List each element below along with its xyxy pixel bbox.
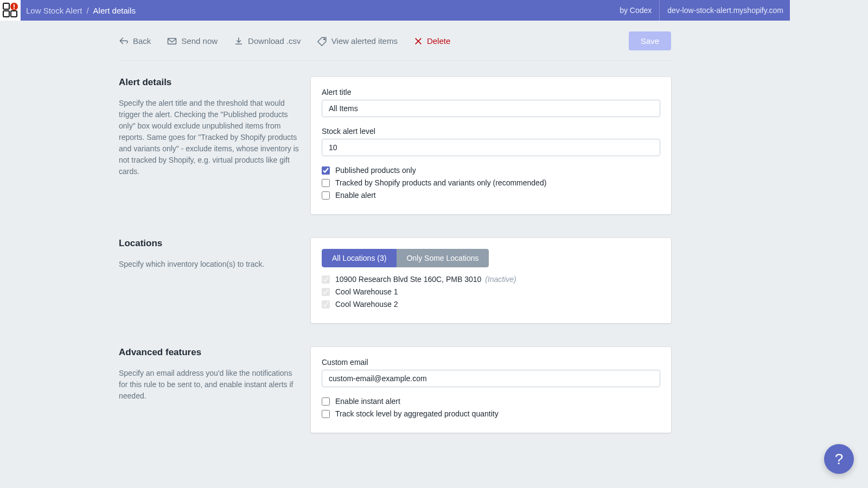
locations-card: All Locations (3) Only Some Locations 10… xyxy=(311,238,671,323)
envelope-icon xyxy=(167,36,177,46)
svg-rect-0 xyxy=(3,3,9,9)
locations-desc: Specify which inventory location(s) to t… xyxy=(119,259,300,270)
download-icon xyxy=(234,36,244,46)
svg-rect-5 xyxy=(14,8,15,9)
location-3-checkbox xyxy=(322,300,330,309)
alert-title-label: Alert title xyxy=(322,88,660,97)
back-arrow-icon xyxy=(119,36,129,46)
location-1-label: 10900 Research Blvd Ste 160C, PMB 3010 (… xyxy=(335,275,516,284)
page-container: Back Send now Download .csv View alerted… xyxy=(119,21,671,442)
tracked-only-checkbox[interactable] xyxy=(322,179,330,187)
locations-toggle: All Locations (3) Only Some Locations xyxy=(322,249,489,267)
section-alert-details: Alert details Specify the alert title an… xyxy=(119,61,671,214)
shop-link[interactable]: dev-low-stock-alert.myshopify.com xyxy=(667,6,783,15)
aggregate-checkbox[interactable] xyxy=(322,410,330,418)
topbar-right: by Codex dev-low-stock-alert.myshopify.c… xyxy=(620,0,783,21)
view-alerted-button[interactable]: View alerted items xyxy=(317,36,398,46)
send-now-label: Send now xyxy=(181,36,218,46)
save-button[interactable]: Save xyxy=(629,31,671,50)
svg-point-7 xyxy=(323,38,324,40)
alert-details-title: Alert details xyxy=(119,77,300,88)
download-csv-label: Download .csv xyxy=(248,36,301,46)
location-1-checkbox xyxy=(322,275,330,284)
alert-title-input[interactable] xyxy=(322,100,660,117)
published-only-checkbox[interactable] xyxy=(322,166,330,175)
close-icon xyxy=(414,37,423,46)
advanced-title: Advanced features xyxy=(119,347,300,358)
by-codex-link[interactable]: by Codex xyxy=(620,6,652,15)
breadcrumb-separator: / xyxy=(86,6,88,15)
svg-rect-2 xyxy=(11,11,17,17)
toolbar: Back Send now Download .csv View alerted… xyxy=(119,21,671,61)
section-advanced: Advanced features Specify an email addre… xyxy=(119,323,671,433)
section-locations: Locations Specify which inventory locati… xyxy=(119,214,671,323)
breadcrumb-current: Alert details xyxy=(93,6,136,15)
location-1-inactive-tag: (Inactive) xyxy=(485,275,516,284)
delete-label: Delete xyxy=(427,36,450,46)
breadcrumb-root[interactable]: Low Stock Alert xyxy=(26,6,82,15)
svg-rect-1 xyxy=(3,11,9,17)
advanced-desc: Specify an email address you'd like the … xyxy=(119,368,300,402)
stock-level-label: Stock alert level xyxy=(322,127,660,136)
back-button[interactable]: Back xyxy=(119,36,151,46)
all-locations-button[interactable]: All Locations (3) xyxy=(322,249,397,267)
location-3-label: Cool Warehouse 2 xyxy=(335,300,398,309)
locations-title: Locations xyxy=(119,238,300,249)
download-csv-button[interactable]: Download .csv xyxy=(234,36,301,46)
instant-alert-checkbox[interactable] xyxy=(322,397,330,406)
view-alerted-label: View alerted items xyxy=(331,36,398,46)
alert-details-card: Alert title Stock alert level Published … xyxy=(311,77,671,214)
instant-alert-label: Enable instant alert xyxy=(335,397,400,406)
send-now-button[interactable]: Send now xyxy=(167,36,218,46)
published-only-label: Published products only xyxy=(335,166,416,175)
tracked-only-label: Tracked by Shopify products and variants… xyxy=(335,178,546,187)
app-logo xyxy=(0,0,21,21)
svg-rect-4 xyxy=(14,4,15,8)
topbar: Low Stock Alert / Alert details by Codex… xyxy=(0,0,790,21)
location-2-label: Cool Warehouse 1 xyxy=(335,287,398,296)
advanced-card: Custom email Enable instant alert Track … xyxy=(311,347,671,433)
alert-details-desc: Specify the alert title and the threshol… xyxy=(119,98,300,177)
location-2-checkbox xyxy=(322,288,330,296)
custom-email-input[interactable] xyxy=(322,370,660,387)
svg-rect-6 xyxy=(168,38,176,44)
aggregate-label: Track stock level by aggregated product … xyxy=(335,409,499,418)
enable-alert-checkbox[interactable] xyxy=(322,191,330,200)
delete-button[interactable]: Delete xyxy=(414,36,450,46)
topbar-divider xyxy=(659,0,660,21)
some-locations-button[interactable]: Only Some Locations xyxy=(397,249,489,267)
enable-alert-label: Enable alert xyxy=(335,191,376,200)
tag-icon xyxy=(317,36,327,46)
back-label: Back xyxy=(133,36,151,46)
breadcrumb: Low Stock Alert / Alert details xyxy=(26,6,136,15)
custom-email-label: Custom email xyxy=(322,358,660,367)
stock-level-input[interactable] xyxy=(322,139,660,156)
